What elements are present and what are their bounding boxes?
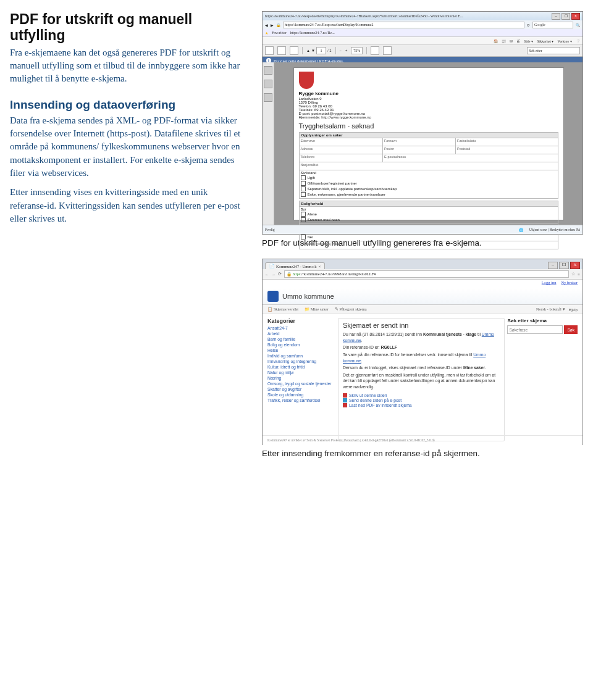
login-link[interactable]: Logg inn xyxy=(542,280,557,288)
search-icon[interactable]: 🔍 xyxy=(576,23,580,27)
check-ugift[interactable]: Ugift xyxy=(301,175,557,180)
address-bar[interactable]: https://kommune24-7.no/ResponseItemDispl… xyxy=(283,22,524,28)
pdf-toolbar: ▲ ▼ 1 / 2 − + 75% Søk etter xyxy=(263,45,582,57)
check-sammen[interactable]: Sammen med noen xyxy=(301,217,557,222)
home-icon[interactable]: 🏠 xyxy=(494,39,498,43)
check-gift[interactable]: Gift/samboer/registrert partner xyxy=(301,181,557,186)
cat-link[interactable]: Ansatt24-7 xyxy=(267,326,335,330)
help-link[interactable]: Hjelp xyxy=(569,307,578,312)
label-epost: E-postadresse xyxy=(382,154,558,162)
address-bar[interactable]: 🔒 https://kommune24-7.no/9998/kvittering… xyxy=(284,270,569,278)
reload-icon[interactable]: ⟳ xyxy=(278,272,282,277)
menu-sikkerhet[interactable]: Sikkerhet ▾ xyxy=(537,39,554,43)
browser-tab[interactable]: 📄 Kommune247 - Ummo k × xyxy=(265,262,325,269)
bookmark-star-icon[interactable]: ☆ xyxy=(571,272,575,277)
categories-panel: Kategorier Ansatt24-7 Arbeid Barn og fam… xyxy=(267,318,335,441)
cat-link[interactable]: Kultur, idrett og fritid xyxy=(267,365,335,369)
zoom-in-icon[interactable]: + xyxy=(345,49,347,52)
cat-link[interactable]: Skole og utdanning xyxy=(267,393,335,397)
forward-icon[interactable]: → xyxy=(272,272,276,277)
forward-icon[interactable]: ▶ xyxy=(271,23,274,27)
save-icon[interactable] xyxy=(265,46,274,55)
site-footer: Kommune247 er utviklet av Sem & Stenerse… xyxy=(263,435,582,444)
separator xyxy=(366,47,367,54)
refresh-icon[interactable]: ⟳ xyxy=(527,23,530,27)
search-engine-box[interactable]: Google xyxy=(532,22,573,28)
action-download-pdf[interactable]: Last ned PDF av innsendt skjema xyxy=(343,403,500,407)
action-email[interactable]: Send denne siden på e-post xyxy=(343,398,500,402)
receipt-disclaimer: Det er gjennomført en maskinell kontroll… xyxy=(343,372,500,390)
screenshot-kvittering: 📄 Kommune247 - Ummo k × – ☐ X ← → ⟳ 🔒 ht… xyxy=(262,259,583,445)
crest-icon xyxy=(267,291,279,302)
tool-icon[interactable] xyxy=(383,46,392,55)
mail-pdf-icon[interactable] xyxy=(290,46,298,55)
cat-link[interactable]: Bolig og eiendom xyxy=(267,343,335,347)
cell-bor: Bor Alene Sammen med noen xyxy=(299,207,558,224)
back-icon[interactable]: ◀ xyxy=(265,23,268,27)
cat-link[interactable]: Innvandring og integrering xyxy=(267,359,335,364)
help-icon[interactable]: ❔ xyxy=(576,39,580,43)
favorites-site[interactable]: https://kommune24-7.no/Re... xyxy=(290,31,335,35)
search-input[interactable] xyxy=(507,325,563,334)
print-icon[interactable]: 🖨 xyxy=(516,39,520,43)
text-column: PDF for utskrift og manuell utfylling Fr… xyxy=(10,11,245,469)
para-pdf: Fra e-skjemaene kan det også genereres P… xyxy=(10,46,245,86)
check-nei[interactable]: Nei xyxy=(301,235,557,240)
print-pdf-icon[interactable] xyxy=(277,46,286,55)
cat-link[interactable]: Skatter og avgifter xyxy=(267,387,335,391)
chrome-menu-icon[interactable]: ≡ xyxy=(578,272,580,277)
back-icon[interactable]: ← xyxy=(265,272,269,277)
minimize-button[interactable]: – xyxy=(548,262,558,269)
close-button[interactable]: X xyxy=(570,262,580,269)
cat-link[interactable]: Trafikk, reiser og samferdsel xyxy=(267,398,335,402)
cat-link[interactable]: Arbeid xyxy=(267,331,335,336)
mail-icon[interactable]: ✉ xyxy=(510,39,513,43)
cat-link[interactable]: Næring xyxy=(267,376,335,380)
sub-nav: 📋 Skjemaoversikt 📁 Mine saker ✎ Påbegynt… xyxy=(263,305,582,314)
page-current-input[interactable]: 1 xyxy=(316,47,326,54)
attachments-icon[interactable] xyxy=(264,93,272,102)
menu-verktoy[interactable]: Verktøy ▾ xyxy=(558,39,573,43)
minimize-button[interactable]: – xyxy=(552,13,560,20)
label-telefon: Telefonnr. xyxy=(299,154,382,162)
nav-mine-saker[interactable]: 📁 Mine saker xyxy=(305,307,329,312)
zoom-select[interactable]: 75% xyxy=(351,47,363,54)
cat-link[interactable]: Omsorg, trygd og sosiale tjenester xyxy=(267,381,335,386)
tab-title: Kommune247 - Ummo k xyxy=(276,264,317,269)
mail-icon xyxy=(343,398,347,402)
tab-close-icon[interactable]: × xyxy=(319,264,321,269)
window-titlebar: https://kommune24-7.no/ResponseItemDispl… xyxy=(263,12,582,20)
check-alene[interactable]: Alene xyxy=(301,212,557,217)
close-button[interactable]: X xyxy=(571,13,580,20)
search-button[interactable]: Søk xyxy=(564,325,578,334)
cat-link[interactable]: Individ og samfunn xyxy=(267,354,335,358)
thumbnails-icon[interactable] xyxy=(264,66,272,75)
cat-link[interactable]: Natur og miljø xyxy=(267,370,335,375)
check-enke[interactable]: Enke, enkemann, gjenlevende partner/samb… xyxy=(301,192,557,197)
screenshot-pdf-viewer: https://kommune24-7.no/ResponseItemDispl… xyxy=(262,11,583,235)
nav-skjemaoversikt[interactable]: 📋 Skjemaoversikt xyxy=(267,307,298,312)
favorites-star-icon[interactable]: ★ xyxy=(265,31,268,35)
cat-link[interactable]: Barn og familie xyxy=(267,337,335,341)
nav-pabegynt[interactable]: ✎ Påbegynt skjema xyxy=(335,307,367,312)
menu-side[interactable]: Side ▾ xyxy=(524,39,533,43)
find-input[interactable]: Søk etter xyxy=(527,47,580,54)
page-up-icon[interactable]: ▲ xyxy=(306,49,310,52)
pdf-page-area[interactable]: Rygge kommune Larkollveien 9 1570 Dillin… xyxy=(274,62,582,225)
maximize-button[interactable]: ☐ xyxy=(559,262,569,269)
label-sivilstand: Sivilstand xyxy=(301,171,317,175)
tool-icon[interactable] xyxy=(371,46,379,55)
zoom-out-icon[interactable]: − xyxy=(340,49,342,52)
action-print[interactable]: Skriv ut denne siden xyxy=(343,393,500,398)
chrome-tab-row: 📄 Kommune247 - Ummo k × – ☐ X xyxy=(263,259,582,269)
page-down-icon[interactable]: ▼ xyxy=(311,49,315,52)
feeds-icon[interactable]: 📰 xyxy=(502,39,506,43)
maximize-button[interactable]: ☐ xyxy=(561,13,570,20)
lock-icon: 🔒 xyxy=(287,272,292,276)
cat-link[interactable]: Helse xyxy=(267,348,335,352)
check-separert[interactable]: Separert/skilt, inkl. oppløste partnersk… xyxy=(301,186,557,191)
new-user-link[interactable]: Ny bruker xyxy=(561,280,578,288)
bookmarks-icon[interactable] xyxy=(264,80,272,88)
pdf-body: Rygge kommune Larkollveien 9 1570 Dillin… xyxy=(263,62,582,225)
language-select[interactable]: Norsk - bokmål ▾ xyxy=(536,307,565,312)
